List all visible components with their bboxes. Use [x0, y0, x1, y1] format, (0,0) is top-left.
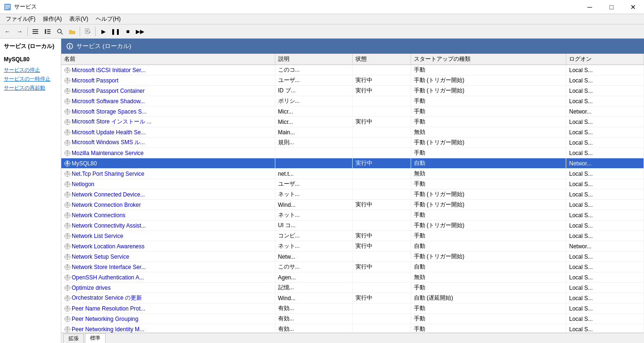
- maximize-button[interactable]: □: [601, 0, 622, 14]
- svg-rect-93: [67, 171, 67, 172]
- menu-file[interactable]: ファイル(F): [2, 14, 39, 24]
- table-row[interactable]: Orchestrator Service の更新 Wind... 実行中 自動 …: [61, 293, 644, 303]
- table-row[interactable]: Network Setup Service Netw... 手動 (トリガー開始…: [61, 252, 644, 262]
- menu-action[interactable]: 操作(A): [39, 14, 66, 24]
- svg-point-162: [66, 276, 68, 278]
- col-startup[interactable]: スタートアップの種類: [411, 54, 566, 65]
- svg-point-134: [66, 235, 68, 237]
- service-desc: ユーザ...: [275, 75, 353, 86]
- table-row[interactable]: Network Connection Broker Wind... 実行中 手動…: [61, 200, 644, 210]
- col-logon[interactable]: ログオン: [566, 54, 644, 65]
- service-desc: 規則...: [275, 138, 353, 148]
- service-name-cell: Microsoft Passport Container: [61, 86, 275, 96]
- table-row[interactable]: Microsoft iSCSI Initiator Ser... このコ... …: [61, 65, 644, 75]
- svg-rect-8: [47, 29, 50, 30]
- restart-button[interactable]: ▶▶: [134, 26, 146, 37]
- table-row[interactable]: Network Location Awareness ネット... 実行中 自動…: [61, 241, 644, 252]
- table-row[interactable]: Peer Networking Grouping 有効... 手動 Local …: [61, 314, 644, 324]
- col-name[interactable]: 名前: [61, 54, 275, 65]
- folder-button[interactable]: [66, 26, 78, 37]
- svg-rect-2: [5, 7, 10, 8]
- minimize-button[interactable]: ─: [579, 0, 601, 14]
- restart-service-link[interactable]: サービスの再起動: [4, 84, 57, 91]
- svg-rect-157: [67, 269, 67, 270]
- back-button[interactable]: ←: [2, 26, 13, 37]
- svg-rect-7: [45, 29, 46, 34]
- table-row[interactable]: OpenSSH Authentication A... Agen... 無効 L…: [61, 272, 644, 283]
- table-row[interactable]: Peer Networking Identity M... 有効... 手動 L…: [61, 324, 644, 333]
- table-row[interactable]: Microsoft Update Health Se... Main... 無効…: [61, 127, 644, 138]
- tab-standard[interactable]: 標準: [85, 333, 106, 343]
- pause-service-link[interactable]: サービスの一時停止: [4, 75, 57, 82]
- service-startup: 手動 (トリガー開始): [411, 138, 566, 148]
- svg-rect-137: [65, 236, 66, 236]
- svg-point-85: [66, 162, 68, 164]
- menu-help[interactable]: ヘルプ(H): [92, 14, 124, 24]
- svg-rect-51: [67, 108, 67, 109]
- toolbar-separator-3: [95, 27, 96, 36]
- svg-rect-53: [65, 111, 66, 112]
- table-row[interactable]: Microsoft Passport Container ID ブ... 実行中…: [61, 86, 644, 96]
- service-status: [353, 272, 411, 283]
- forward-button[interactable]: →: [14, 26, 25, 37]
- svg-rect-82: [69, 153, 70, 153]
- service-table[interactable]: 名前 説明 状態 スタートアップの種類 ログオン: [61, 54, 644, 333]
- svg-rect-65: [67, 129, 67, 130]
- details-button[interactable]: [42, 26, 53, 37]
- svg-rect-138: [69, 236, 70, 236]
- search-button[interactable]: [54, 26, 66, 37]
- service-status: [353, 106, 411, 117]
- svg-rect-67: [65, 132, 66, 132]
- panel-header: サービス (ローカル): [61, 39, 644, 54]
- play-button[interactable]: ▶: [98, 26, 109, 37]
- service-status: [353, 314, 411, 324]
- service-logon: Local S...: [566, 314, 644, 324]
- svg-rect-173: [69, 287, 70, 288]
- stop-button[interactable]: ■: [122, 26, 133, 37]
- svg-point-176: [66, 297, 68, 299]
- table-row[interactable]: Microsoft Windows SMS ル... 規則... 手動 (トリガ…: [61, 138, 644, 148]
- table-row[interactable]: Network Store Interface Ser... このサ... 実行…: [61, 262, 644, 272]
- service-startup: 手動 (トリガー開始): [411, 200, 566, 210]
- tab-extended[interactable]: 拡張: [63, 334, 84, 343]
- table-row[interactable]: Mozilla Maintenance Service 手動 Local S..…: [61, 148, 644, 158]
- table-row[interactable]: Netlogon ユーザ... 手動 Local S...: [61, 179, 644, 189]
- close-button[interactable]: ✕: [622, 0, 644, 14]
- table-row[interactable]: Optimize drives 記憶... 手動 Local S...: [61, 283, 644, 293]
- table-row[interactable]: Network Connections ネット... 手動 Local S...: [61, 210, 644, 220]
- service-logon: Local S...: [566, 86, 644, 96]
- pause-button[interactable]: ❚❚: [110, 26, 121, 37]
- table-row[interactable]: MySQL80 実行中 自動 Networ...: [61, 158, 644, 169]
- main-container: サービス (ローカル) MySQL80 サービスの停止 サービスの一時停止 サー…: [0, 39, 644, 343]
- svg-rect-114: [67, 202, 67, 203]
- bottom-tabs: 拡張 標準: [61, 333, 644, 343]
- svg-rect-89: [69, 163, 70, 163]
- service-name-cell: Network Connectivity Assist...: [61, 220, 275, 231]
- table-row[interactable]: Peer Name Resolution Prot... 有効... 手動 Lo…: [61, 303, 644, 314]
- view-button[interactable]: [30, 26, 41, 37]
- col-desc[interactable]: 説明: [275, 54, 353, 65]
- stop-service-link[interactable]: サービスの停止: [4, 66, 57, 74]
- table-row[interactable]: Network Connectivity Assist... UI コ... 手…: [61, 220, 644, 231]
- edit-button[interactable]: [82, 26, 93, 37]
- menu-view[interactable]: 表示(V): [66, 14, 92, 24]
- table-row[interactable]: Microsoft Store インストール ... Micr... 実行中 手…: [61, 117, 644, 127]
- svg-rect-9: [47, 31, 50, 32]
- table-row[interactable]: Network Connected Device... ネット... 手動 (ト…: [61, 189, 644, 200]
- col-status[interactable]: 状態: [353, 54, 411, 65]
- service-logon: Local S...: [566, 75, 644, 86]
- right-panel: サービス (ローカル) 名前 説明 状態 スタートアップの種類 ログオン: [61, 39, 644, 343]
- table-row[interactable]: Microsoft Passport ユーザ... 実行中 手動 (トリガー開始…: [61, 75, 644, 86]
- service-desc: [275, 158, 353, 169]
- svg-rect-130: [65, 225, 66, 226]
- service-startup: 手動: [411, 303, 566, 314]
- service-status: 実行中: [353, 158, 411, 169]
- table-row[interactable]: Microsoft Software Shadow... ポリシ... 手動 L…: [61, 96, 644, 106]
- table-row[interactable]: Net.Tcp Port Sharing Service net.t... 無効…: [61, 169, 644, 179]
- service-startup: 手動: [411, 283, 566, 293]
- table-row[interactable]: Network List Service コンピ... 実行中 手動 Local…: [61, 231, 644, 241]
- table-row[interactable]: Microsoft Storage Spaces S... Micr... 手動…: [61, 106, 644, 117]
- svg-rect-166: [69, 277, 70, 278]
- service-desc: ネット...: [275, 189, 353, 200]
- svg-point-29: [66, 79, 68, 81]
